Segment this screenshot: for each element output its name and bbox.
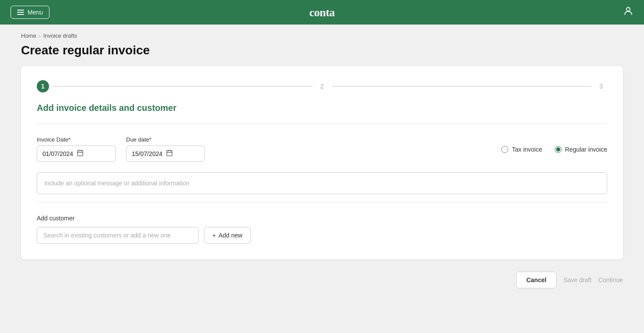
step-3: 3 <box>595 80 607 92</box>
logo: conta <box>309 5 334 19</box>
svg-point-0 <box>626 7 630 11</box>
radio-regular-invoice[interactable]: Regular invoice <box>555 146 608 153</box>
hamburger-icon <box>17 10 24 15</box>
menu-label: Menu <box>28 9 43 16</box>
add-new-plus-icon: + <box>212 232 216 239</box>
step-line-2 <box>332 86 592 87</box>
customer-row: + Add new <box>37 227 607 244</box>
radio-tax-input[interactable] <box>501 146 508 153</box>
radio-regular-input[interactable] <box>555 146 562 153</box>
save-draft-button: Save draft <box>563 276 591 283</box>
divider-2 <box>37 202 607 202</box>
step-1: 1 <box>37 80 49 92</box>
due-date-input[interactable]: 15/07/2024 <box>126 145 205 162</box>
page-title: Create regular invoice <box>0 42 644 66</box>
main-card: 1 2 3 Add invoice details and customer I… <box>21 66 623 259</box>
due-date-group: Due date* 15/07/2024 <box>126 136 205 162</box>
invoice-date-label: Invoice Date* <box>37 136 116 143</box>
steps: 1 2 3 <box>37 80 607 92</box>
continue-button: Continue <box>598 276 623 283</box>
menu-button[interactable]: Menu <box>11 6 49 19</box>
due-date-label: Due date* <box>126 136 205 143</box>
invoice-date-group: Invoice Date* 01/07/2024 <box>37 136 116 162</box>
header: Menu conta <box>0 0 644 25</box>
svg-rect-5 <box>167 151 172 156</box>
due-date-value: 15/07/2024 <box>132 150 162 157</box>
customer-label: Add customer <box>37 215 607 222</box>
message-input[interactable] <box>37 172 607 194</box>
breadcrumb-home[interactable]: Home <box>21 32 36 39</box>
calendar-icon-due <box>166 149 173 158</box>
step-line-1 <box>53 86 313 87</box>
svg-rect-1 <box>77 151 83 156</box>
radio-regular-label: Regular invoice <box>565 146 608 153</box>
breadcrumb-separator: › <box>39 33 41 39</box>
section-heading: Add invoice details and customer <box>37 103 607 113</box>
customer-search-input[interactable] <box>37 227 199 244</box>
radio-tax-label: Tax invoice <box>512 146 542 153</box>
divider <box>37 124 607 124</box>
breadcrumb-current: Invoice drafts <box>43 32 77 39</box>
invoice-date-input[interactable]: 01/07/2024 <box>37 145 116 162</box>
form-dates-row: Invoice Date* 01/07/2024 Due date* 15/07… <box>37 136 607 162</box>
footer: Cancel Save draft Continue <box>0 259 644 288</box>
cancel-button[interactable]: Cancel <box>516 272 556 288</box>
breadcrumb: Home › Invoice drafts <box>0 25 644 42</box>
invoice-type-row: Tax invoice Regular invoice <box>501 136 607 153</box>
calendar-icon-invoice <box>77 149 84 158</box>
logo-text: conta <box>309 6 334 19</box>
add-new-button[interactable]: + Add new <box>204 227 251 244</box>
add-customer-section: Add customer + Add new <box>37 215 607 244</box>
radio-tax-invoice[interactable]: Tax invoice <box>501 146 542 153</box>
user-icon[interactable] <box>623 6 633 19</box>
step-2: 2 <box>316 80 328 92</box>
add-new-label: Add new <box>218 232 242 239</box>
invoice-date-value: 01/07/2024 <box>42 150 73 157</box>
